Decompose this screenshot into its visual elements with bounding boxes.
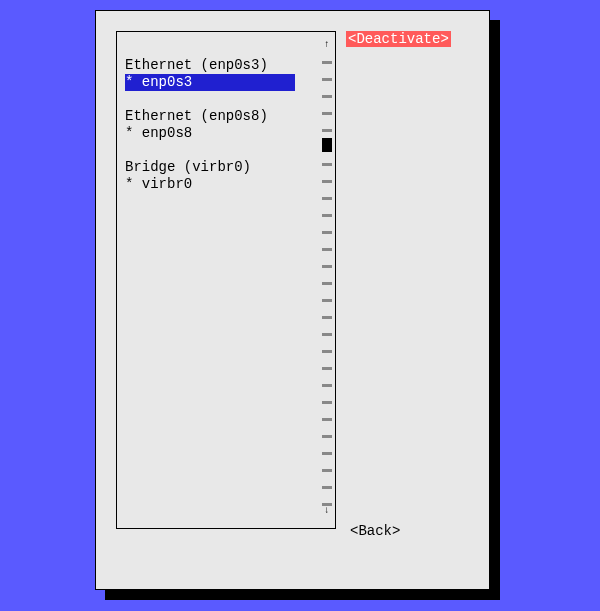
deactivate-button[interactable]: <Deactivate> — [346, 31, 451, 47]
nmtui-dialog: Ethernet (enp0s3) * enp0s3 Ethernet (enp… — [95, 10, 490, 590]
list-item[interactable]: * virbr0 — [125, 176, 192, 192]
scroll-track[interactable] — [322, 54, 332, 506]
content-row: Ethernet (enp0s3) * enp0s3 Ethernet (enp… — [116, 31, 474, 569]
button-panel: <Deactivate> <Back> — [346, 31, 474, 569]
scroll-up-arrow[interactable]: ↑ — [324, 40, 330, 54]
list-item[interactable]: * enp0s8 — [125, 125, 192, 141]
list-item-header[interactable]: Ethernet (enp0s8) — [125, 108, 268, 124]
scroll-down-arrow[interactable]: ↓ — [324, 506, 330, 520]
scroll-thumb[interactable] — [322, 138, 332, 152]
connection-list[interactable]: Ethernet (enp0s3) * enp0s3 Ethernet (enp… — [125, 40, 321, 520]
scrollbar[interactable]: ↑ ↓ — [321, 40, 333, 520]
list-item-selected[interactable]: * enp0s3 — [125, 74, 295, 91]
back-button[interactable]: <Back> — [346, 523, 474, 539]
list-item-header[interactable]: Ethernet (enp0s3) — [125, 57, 268, 73]
list-item-header[interactable]: Bridge (virbr0) — [125, 159, 251, 175]
connection-list-box: Ethernet (enp0s3) * enp0s3 Ethernet (enp… — [116, 31, 336, 529]
